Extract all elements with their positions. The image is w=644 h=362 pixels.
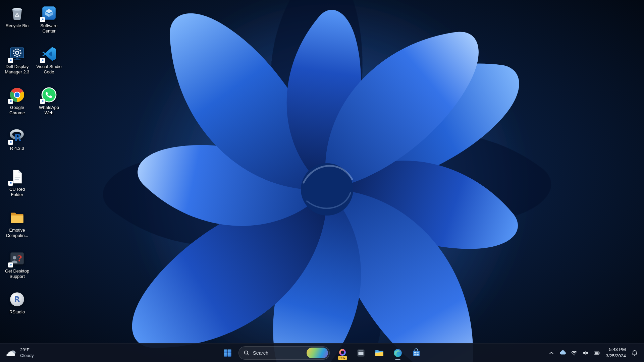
shortcut-arrow-icon: [40, 58, 45, 63]
svg-text:R: R: [14, 295, 20, 304]
desktop-icon-cu-red-folder[interactable]: CU Red Folder: [1, 167, 33, 199]
search-daily-image-thumbnail[interactable]: [307, 348, 328, 358]
shortcut-arrow-icon: [8, 140, 13, 145]
whatsapp-web-icon: [41, 86, 57, 103]
desktop-icon-software-center[interactable]: Software Center: [33, 3, 65, 35]
svg-text:?: ?: [17, 254, 22, 263]
search-label: Search: [253, 350, 303, 356]
system-tray: 5:43 PM 3/25/2024: [546, 344, 644, 362]
desktop-icon-label: WhatsApp Web: [35, 105, 63, 116]
cloudy-weather-icon: [5, 349, 17, 357]
rstudio-icon: R: [9, 291, 25, 308]
taskbar: 29°F Cloudy: [0, 343, 644, 362]
visual-studio-code-icon: [41, 46, 57, 62]
quick-settings-button[interactable]: [569, 346, 602, 360]
desktop-icon-label: Get Desktop Support: [3, 268, 31, 279]
desktop-icon-label: Visual Studio Code: [35, 64, 63, 75]
desktop-icon-google-chrome[interactable]: Google Chrome: [1, 85, 33, 117]
shortcut-arrow-icon: [8, 181, 13, 186]
task-view-icon: [356, 348, 366, 358]
desktop-icon-label: Dell Display Manager 2.3: [3, 64, 31, 75]
taskbar-center: Search PRE: [220, 344, 424, 362]
desktop-icon-label: Google Chrome: [3, 105, 31, 116]
microsoft-store-button[interactable]: [409, 345, 424, 361]
volume-icon: [580, 346, 591, 360]
google-chrome-icon: [9, 86, 25, 103]
desktop-icon-whatsapp-web[interactable]: WhatsApp Web: [33, 85, 65, 117]
shortcut-arrow-icon: [40, 99, 45, 104]
task-view-button[interactable]: [353, 345, 369, 361]
clock-date: 3/25/2024: [606, 353, 626, 359]
running-indicator: [395, 359, 400, 360]
widgets-weather-button[interactable]: 29°F Cloudy: [0, 344, 39, 362]
get-desktop-support-icon: ?: [9, 250, 25, 267]
microsoft-store-icon: [411, 348, 421, 358]
desktop-icon-recycle-bin[interactable]: Recycle Bin: [1, 3, 33, 30]
desktop-icon-label: RStudio: [9, 309, 25, 315]
cu-red-folder-icon: [9, 168, 25, 185]
desktop-icon-label: Software Center: [35, 23, 63, 34]
software-center-icon: [41, 5, 57, 21]
desktop-icon-r-4-3-3[interactable]: RR 4.3.3: [1, 126, 33, 153]
notification-bell-icon[interactable]: [629, 346, 640, 360]
search-box[interactable]: Search: [238, 346, 330, 360]
wifi-icon: [569, 346, 580, 360]
desktop-icon-label: R 4.3.3: [10, 146, 24, 151]
desktop-icons: Recycle BinSoftware CenterDell Display M…: [0, 0, 644, 362]
copilot-preview-button[interactable]: PRE: [335, 345, 350, 361]
file-explorer-button[interactable]: [372, 345, 387, 361]
search-icon: [244, 350, 250, 356]
file-explorer-icon: [374, 348, 384, 358]
desktop-icon-dell-display-manager[interactable]: Dell Display Manager 2.3: [1, 44, 33, 76]
weather-temperature: 29°F: [20, 347, 34, 353]
r-4-3-3-icon: R: [9, 127, 25, 144]
windows-logo-icon: [223, 348, 233, 358]
preview-badge: PRE: [338, 356, 347, 360]
microsoft-edge-icon: [393, 348, 403, 358]
recycle-bin-icon: [9, 5, 25, 21]
clock[interactable]: 5:43 PM 3/25/2024: [603, 346, 629, 359]
shortcut-arrow-icon: [8, 99, 13, 104]
dell-display-manager-icon: [9, 46, 25, 62]
desktop-icon-emotive-computing[interactable]: Emotive Computin...: [1, 208, 33, 240]
desktop-icon-label: Emotive Computin...: [3, 228, 31, 238]
weather-condition: Cloudy: [20, 353, 34, 359]
shortcut-arrow-icon: [8, 262, 13, 267]
desktop-icon-visual-studio-code[interactable]: Visual Studio Code: [33, 44, 65, 76]
microsoft-edge-button[interactable]: [390, 345, 406, 361]
pinned-apps: PRE: [335, 345, 424, 361]
svg-text:R: R: [14, 132, 21, 143]
shortcut-arrow-icon: [8, 58, 13, 63]
emotive-computing-icon: [9, 209, 25, 226]
desktop-icon-rstudio[interactable]: RRStudio: [1, 290, 33, 316]
clock-time: 5:43 PM: [606, 347, 626, 353]
desktop-icon-label: Recycle Bin: [6, 23, 29, 28]
hidden-icons-chevron-button[interactable]: [546, 346, 557, 360]
start-button[interactable]: [220, 345, 235, 361]
weather-text: 29°F Cloudy: [20, 347, 34, 359]
shortcut-arrow-icon: [40, 17, 45, 22]
desktop: Recycle BinSoftware CenterDell Display M…: [0, 0, 644, 362]
desktop-icon-label: CU Red Folder: [3, 187, 31, 197]
desktop-icon-get-desktop-support[interactable]: ?Get Desktop Support: [1, 249, 33, 281]
battery-icon: [592, 346, 602, 360]
onedrive-icon[interactable]: [557, 346, 568, 360]
